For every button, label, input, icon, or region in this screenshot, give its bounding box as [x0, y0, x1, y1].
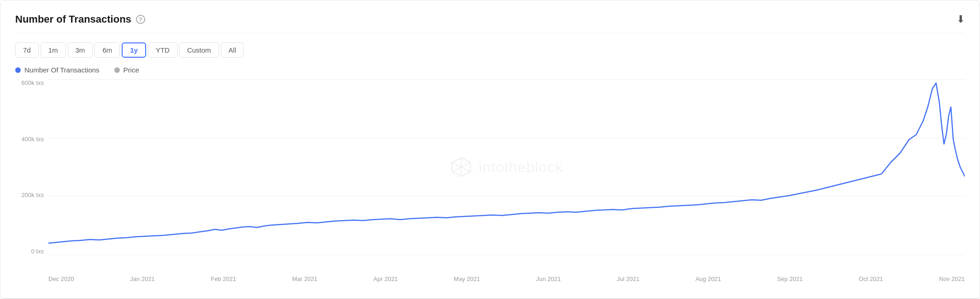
x-label-nov2021: Nov 2021	[939, 275, 965, 282]
grid-line-bottom	[48, 255, 965, 255]
y-label-0: 0 txs	[15, 248, 47, 255]
help-icon[interactable]: ?	[136, 15, 145, 24]
filter-7d[interactable]: 7d	[15, 42, 39, 58]
y-axis: 600k txs 400k txs 200k txs 0 txs	[15, 79, 47, 255]
x-label-dec2020: Dec 2020	[48, 275, 74, 282]
x-label-oct2021: Oct 2021	[859, 275, 883, 282]
y-label-200k: 200k txs	[15, 191, 47, 198]
x-label-apr2021: Apr 2021	[373, 275, 398, 282]
x-label-sep2021: Sep 2021	[777, 275, 803, 282]
chart-header: Number of Transactions ? ⬇	[15, 13, 965, 33]
y-label-400k: 400k txs	[15, 136, 47, 143]
filter-ytd[interactable]: YTD	[148, 42, 177, 58]
filter-1y[interactable]: 1y	[122, 42, 146, 58]
filter-6m[interactable]: 6m	[94, 42, 120, 58]
time-filters: 7d 1m 3m 6m 1y YTD Custom All	[15, 42, 965, 58]
legend-transactions: Number Of Transactions	[15, 66, 100, 74]
y-label-600k: 600k txs	[15, 79, 47, 86]
filter-custom[interactable]: Custom	[179, 42, 219, 58]
chart-plot: intotheblock	[48, 79, 965, 255]
chart-title: Number of Transactions	[15, 13, 131, 25]
legend-label-transactions: Number Of Transactions	[24, 66, 100, 74]
x-label-jun2021: Jun 2021	[536, 275, 561, 282]
x-label-aug2021: Aug 2021	[696, 275, 721, 282]
filter-all[interactable]: All	[221, 42, 244, 58]
filter-1m[interactable]: 1m	[41, 42, 66, 58]
legend-label-price: Price	[124, 66, 139, 74]
x-label-jan2021: Jan 2021	[130, 275, 155, 282]
x-axis: Dec 2020 Jan 2021 Feb 2021 Mar 2021 Apr …	[48, 259, 965, 282]
title-group: Number of Transactions ?	[15, 13, 145, 25]
legend-price: Price	[114, 66, 139, 74]
legend-dot-price	[114, 67, 120, 73]
chart-legend: Number Of Transactions Price	[15, 66, 965, 74]
x-label-mar2021: Mar 2021	[292, 275, 318, 282]
legend-dot-transactions	[15, 67, 21, 73]
download-button[interactable]: ⬇	[956, 13, 965, 25]
chart-area: 600k txs 400k txs 200k txs 0 txs intothe…	[15, 79, 965, 282]
chart-container: Number of Transactions ? ⬇ 7d 1m 3m 6m 1…	[0, 0, 980, 299]
chart-svg	[48, 79, 965, 255]
bottom-divider	[0, 298, 980, 299]
x-label-feb2021: Feb 2021	[211, 275, 236, 282]
filter-3m[interactable]: 3m	[68, 42, 93, 58]
x-label-may2021: May 2021	[454, 275, 480, 282]
x-label-jul2021: Jul 2021	[617, 275, 639, 282]
